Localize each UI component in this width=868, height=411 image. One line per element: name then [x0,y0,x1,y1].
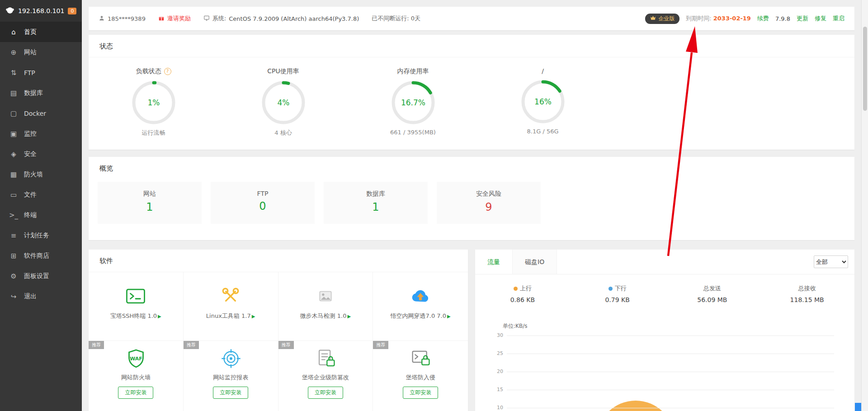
legend-total-received: 总接收118.15 MB [760,284,854,303]
monitor-icon: ▣ [9,130,18,138]
sidebar-item-monitor[interactable]: ▣监控 [0,123,82,144]
update-link[interactable]: 更新 [797,14,808,23]
sidebar-item-security[interactable]: ◈安全 [0,144,82,164]
edition-label: 企业版 [658,15,675,23]
y-tick-label: 20 [491,368,503,374]
floating-corner-button[interactable] [855,403,861,411]
sidebar-item-database[interactable]: ▤数据库 [0,83,82,103]
stat-box-ftp[interactable]: FTP0 [211,182,315,224]
home-icon: ⌂ [9,28,18,36]
legend-download: 下行0.79 KB [570,284,665,303]
install-button[interactable]: 立即安装 [213,387,248,399]
computer-icon [203,15,210,23]
stat-value: 9 [437,201,541,213]
traffic-chart: 3025201510 [507,335,834,411]
legend-total-sent: 总发送56.09 MB [665,284,760,303]
sidebar-item-firewall[interactable]: ▦防火墙 [0,164,82,184]
recommend-tag: 推荐 [184,341,199,349]
sidebar-item-docker[interactable]: ▢Docker [0,103,82,123]
software-version: 1.7 [241,312,251,319]
message-count-badge[interactable]: 0 [68,8,76,14]
sidebar-item-appstore[interactable]: ⊞软件商店 [0,246,82,266]
scrollbar-thumb[interactable] [863,27,867,111]
traffic-tabs: 流量磁盘IO [475,250,557,274]
stat-box-website[interactable]: 网站1 [98,182,202,224]
topbar-left: 185****9389 邀请奖励 系统: CentOS 7.9.2009 (Al… [99,14,420,23]
linux-toolbox-icon [220,286,241,307]
invite-reward-link[interactable]: 邀请奖励 [158,14,191,23]
traffic-filter-select[interactable]: 全部 [814,255,848,268]
schedule-icon: ≡ [9,231,18,240]
recommended-software-item[interactable]: 推荐堡塔防入侵立即安装 [373,341,468,411]
software-item[interactable]: Linux工具箱 1.7▶ [184,272,278,341]
waf-shield-icon: WAF [126,348,146,368]
stat-value: 0 [211,200,315,213]
repair-link[interactable]: 修复 [815,14,826,23]
website-icon: ⊕ [9,48,18,57]
system-label: 系统: [212,14,226,23]
server-ip: 192.168.0.101 [18,7,64,14]
stat-box-security-risk[interactable]: 安全风险9 [437,182,541,224]
software-name: Linux工具箱 [206,312,240,319]
sidebar-item-label: 终端 [24,211,37,219]
sidebar-item-terminal[interactable]: >_终端 [0,205,82,225]
topbar-right: 企业版 到期时间: 2033-02-19 续费 7.9.8 更新 修复 重启 [645,14,844,24]
sidebar-item-files[interactable]: ▭文件 [0,184,82,205]
software-item[interactable]: 宝塔SSH终端 1.0▶ [89,272,184,341]
sidebar-item-logout[interactable]: ↪退出 [0,286,82,307]
gauge-disk: /16%8.1G / 56G [478,57,608,137]
panel-version[interactable]: 7.9.8 [775,15,790,22]
software-name: 宝塔SSH终端 [110,312,146,319]
sidebar-item-cron[interactable]: ≡计划任务 [0,225,82,246]
gridline [507,354,834,354]
system-info: 系统: CentOS 7.9.2009 (AltArch) aarch64(Py… [203,14,359,23]
recommended-software-item[interactable]: 推荐WAF网站防火墙立即安装 [89,341,184,411]
restart-link[interactable]: 重启 [833,14,844,23]
stat-box-database[interactable]: 数据库1 [324,182,428,224]
gauge-memory: 内存使用率16.7%661 / 3955(MB) [348,57,478,137]
overview-card-title: 概览 [89,157,854,179]
tab-disk-io[interactable]: 磁盘IO [513,250,557,274]
stat-label: 数据库 [324,190,428,198]
y-tick-label: 15 [491,387,503,392]
play-icon: ▶ [252,314,255,319]
sidebar-item-website[interactable]: ⊕网站 [0,42,82,62]
install-button[interactable]: 立即安装 [118,387,153,399]
software-item[interactable]: 悟空内网穿透7.0 7.0▶ [373,272,468,341]
software-card-title: 软件 [89,250,468,272]
install-button[interactable]: 立即安装 [403,387,438,399]
system-value: CentOS 7.9.2009 (AltArch) aarch64(Py3.7.… [229,15,359,22]
help-icon[interactable]: ? [164,68,171,75]
stat-label: 安全风险 [437,190,541,198]
sidebar-menu: ⌂首页⊕网站⇅FTP▤数据库▢Docker▣监控◈安全▦防火墙▭文件>_终端≡计… [0,22,82,307]
chart-grid-row: 25 [507,354,834,354]
edition-badge[interactable]: 企业版 [645,14,679,24]
software-item[interactable]: 微步木马检测 1.0▶ [278,272,373,341]
sidebar-item-label: 计划任务 [24,231,49,240]
y-tick-label: 25 [491,350,503,356]
renew-link[interactable]: 续费 [757,14,769,23]
user-info[interactable]: 185****9389 [99,15,146,23]
sidebar-item-home[interactable]: ⌂首页 [0,22,82,42]
sidebar-item-label: 防火墙 [24,170,43,179]
sidebar-item-ftp[interactable]: ⇅FTP [0,62,82,83]
recommended-software-item[interactable]: 推荐网站监控报表立即安装 [184,341,278,411]
status-card-title: 状态 [89,35,854,57]
gridline [507,390,834,390]
sidebar-header: 192.168.0.101 0 [0,0,82,22]
gauge-subtext: 8.1G / 56G [527,128,558,135]
sidebar-item-settings[interactable]: ⚙面板设置 [0,266,82,286]
gauge-subtext: 4 核心 [274,129,292,137]
install-button[interactable]: 立即安装 [308,387,343,399]
bt-logo-icon [5,6,14,16]
recommended-software-item[interactable]: 推荐堡塔企业级防篡改立即安装 [278,341,373,411]
terminal-icon: >_ [9,211,18,219]
expire-date: 2033-02-19 [713,15,751,22]
recommend-tag: 推荐 [278,341,294,349]
svg-text:WAF: WAF [130,356,142,362]
tamper-proof-icon [316,348,335,368]
svg-text:1%: 1% [147,98,160,107]
gridline [507,408,834,408]
tab-traffic[interactable]: 流量 [475,250,513,274]
page-scrollbar[interactable] [861,0,868,411]
